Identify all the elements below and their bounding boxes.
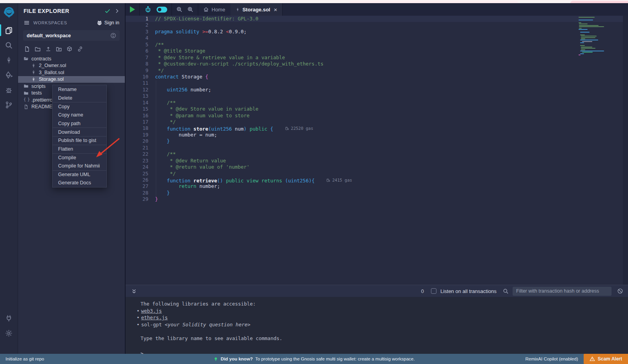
clear-console-icon[interactable] <box>617 288 623 294</box>
tab-storage-sol[interactable]: Storage.sol × <box>230 3 283 16</box>
code-line-5: 5/** <box>126 42 628 48</box>
sidebar-item-settings[interactable] <box>0 326 18 340</box>
code-line-13: 13 <box>126 93 628 99</box>
terminal-link-ethers-js[interactable]: ethers.js <box>141 315 168 320</box>
tree-item-contracts[interactable]: contracts <box>18 55 125 62</box>
line-number: 21 <box>126 145 148 151</box>
code-line-17: 17 */ <box>126 119 628 125</box>
file-explorer-icon <box>5 26 13 35</box>
zoom-out-icon[interactable] <box>176 6 183 13</box>
context-menu-item-delete[interactable]: Delete <box>53 94 106 102</box>
check-icon[interactable] <box>104 8 111 14</box>
listen-all-transactions-label: Listen on all transactions <box>440 288 497 294</box>
solidity-icon <box>31 77 36 82</box>
scam-alert-button[interactable]: Scam Alert <box>584 354 628 364</box>
sidebar-item-deploy-run[interactable] <box>0 67 18 82</box>
terminal-search-icon[interactable] <box>503 288 509 294</box>
init-git-repo-button[interactable]: Initialize as git repo <box>5 357 44 361</box>
line-number: 1 <box>126 16 148 22</box>
terminal-output[interactable]: The following libraries are accessible:•… <box>126 297 628 357</box>
gas-estimate-badge[interactable]: 22520 gas <box>285 125 313 131</box>
minimap-line <box>580 51 604 51</box>
new-file-icon[interactable] <box>24 46 30 52</box>
publish-ipfs-icon[interactable] <box>66 46 73 52</box>
copilot-status[interactable]: RemixAI Copilot (enabled) <box>526 357 578 361</box>
context-menu-item-publish-file-to-gist[interactable]: Publish file to gist <box>53 136 106 145</box>
new-folder-icon[interactable] <box>35 46 41 52</box>
line-number: 22 <box>126 151 148 157</box>
context-menu-item-flatten[interactable]: Flatten <box>53 145 106 153</box>
context-menu-item-download[interactable]: Download <box>53 127 106 136</box>
code-line-3: 3pragma solidity >=0.8.2 <0.9.0; <box>126 29 628 35</box>
toggle-knob <box>158 8 161 11</box>
code-line-10: 10contract Storage { <box>126 74 628 80</box>
sidebar-item-file-explorer[interactable] <box>0 23 18 38</box>
terminal-line <box>141 328 628 335</box>
gas-estimate-badge[interactable]: 2415 gas <box>326 177 352 183</box>
context-menu-item-generate-docs[interactable]: Generate Docs <box>53 179 106 187</box>
tip-text: To prototype using the Gnosis safe multi… <box>255 357 415 361</box>
tab-home-label: Home <box>212 7 225 13</box>
listen-all-transactions-checkbox[interactable] <box>431 288 436 294</box>
lightbulb-icon <box>213 357 218 362</box>
code-lines: 1// SPDX-License-Identifier: GPL-3.023pr… <box>126 16 628 203</box>
solidity-compiler-icon <box>5 56 13 64</box>
bullet: • <box>137 308 140 314</box>
context-menu-item-generate-uml[interactable]: Generate UML <box>53 170 106 179</box>
sidebar-item-search[interactable] <box>0 38 18 53</box>
hamburger-menu-icon[interactable] <box>24 20 30 26</box>
context-menu-item-copy-path[interactable]: Copy path <box>53 119 106 128</box>
sign-in-button[interactable]: Sign in <box>97 20 119 26</box>
chevron-right-icon[interactable] <box>114 8 120 14</box>
copilot-toggle[interactable] <box>157 7 167 13</box>
sidebar-item-debugger[interactable] <box>0 82 18 97</box>
transaction-filter-input[interactable] <box>513 287 612 296</box>
line-number: 10 <box>126 74 148 80</box>
context-menu-item-copy[interactable]: Copy <box>53 102 106 111</box>
minimap-line <box>581 47 592 47</box>
context-menu-item-compile-for-nahmii[interactable]: Compile for Nahmii <box>53 162 106 170</box>
context-menu-item-rename[interactable]: Rename <box>53 85 106 94</box>
context-menu-item-copy-name[interactable]: Copy name <box>53 111 106 119</box>
minimap-line <box>581 49 585 50</box>
minimap-line <box>579 25 599 26</box>
upload-file-icon[interactable] <box>45 46 51 52</box>
code-editor[interactable]: 1// SPDX-License-Identifier: GPL-3.023pr… <box>126 16 628 285</box>
tab-close-icon[interactable]: × <box>274 6 277 13</box>
run-group <box>126 3 140 16</box>
remix-logo-icon[interactable] <box>3 6 15 19</box>
workspace-dropdown[interactable]: default_workspace <box>23 30 120 41</box>
context-menu-item-compile[interactable]: Compile <box>53 153 106 162</box>
link-icon[interactable] <box>77 46 83 52</box>
workspace-name: default_workspace <box>27 33 110 38</box>
line-number: 24 <box>126 164 148 170</box>
ai-assistant-robot-icon[interactable] <box>144 5 152 13</box>
panel-header: FILE EXPLORER <box>18 3 125 16</box>
tree-item-label: 3_Ballot.sol <box>39 70 64 75</box>
terminal-link-web3-js[interactable]: web3.js <box>141 308 162 314</box>
minimap[interactable] <box>579 17 622 56</box>
tree-item-storage-sol[interactable]: Storage.sol <box>18 76 125 83</box>
sidebar-item-plugin-manager[interactable] <box>0 311 18 326</box>
upload-folder-icon[interactable] <box>56 46 62 52</box>
tree-item-2-owner-sol[interactable]: 2_Owner.sol <box>18 62 125 69</box>
minimap-line <box>581 48 596 49</box>
editor-scrollbar-gutter[interactable] <box>623 16 628 285</box>
folder-icon <box>24 91 29 96</box>
collapse-terminal-icon[interactable] <box>131 288 137 294</box>
code-line-2: 2 <box>126 22 628 28</box>
tip-title: Did you know? <box>221 357 253 361</box>
run-script-button[interactable] <box>130 6 135 13</box>
line-number: 28 <box>126 190 148 196</box>
sidebar-item-solidity-compiler[interactable] <box>0 53 18 67</box>
zoom-in-icon[interactable] <box>187 6 194 13</box>
line-number: 14 <box>126 100 148 106</box>
editor-toolbar: Home Storage.sol × <box>126 3 628 16</box>
tree-item-3-ballot-sol[interactable]: 3_Ballot.sol <box>18 69 125 76</box>
terminal-line: •ethers.js <box>141 314 628 321</box>
minimap-line <box>579 18 622 19</box>
tab-home[interactable]: Home <box>198 3 230 16</box>
line-number: 5 <box>126 42 148 48</box>
terminal-panel: 0 Listen on all transactions The followi… <box>126 285 628 354</box>
sidebar-item-git[interactable] <box>0 97 18 112</box>
